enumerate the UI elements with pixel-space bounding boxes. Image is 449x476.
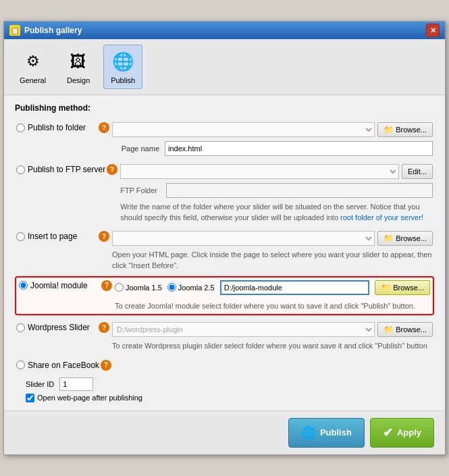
publish-gallery-window: 📋 Publish gallery ✕ ⚙ General 🖼 Design 🌐… xyxy=(3,21,446,454)
ftp-folder-label: FTP Folder xyxy=(120,186,161,194)
browse-icon-1: 📁 xyxy=(384,125,394,134)
publish-folder-radio[interactable] xyxy=(16,124,25,132)
insert-page-controls: 📁 Browse... Open your HTML page. Click i… xyxy=(112,231,433,271)
joomla-label: Joomla! module xyxy=(30,281,88,290)
insert-page-label: Insert to page xyxy=(28,232,77,241)
tab-design[interactable]: 🖼 Design xyxy=(59,45,98,89)
wordpress-radio[interactable] xyxy=(16,323,25,332)
wordpress-input-row: D:/wordpress-plugin 📁 Browse... xyxy=(112,322,433,337)
apply-button[interactable]: ✔ Apply xyxy=(370,418,434,448)
footer: 🌐 Publish ✔ Apply xyxy=(4,411,445,454)
publish-folder-label-col: Publish to folder ? xyxy=(16,122,112,133)
publish-btn-icon: 🌐 xyxy=(301,425,316,440)
joomla15-text: Joomla 1.5 xyxy=(126,284,162,292)
joomla-radio-label[interactable]: Joomla! module xyxy=(19,281,100,290)
publish-folder-radio-label[interactable]: Publish to folder xyxy=(16,123,97,132)
publish-folder-label: Publish to folder xyxy=(28,123,86,132)
wordpress-help[interactable]: ? xyxy=(99,322,109,333)
toolbar: ⚙ General 🖼 Design 🌐 Publish xyxy=(4,39,445,95)
joomla-radio[interactable] xyxy=(19,281,28,290)
insert-page-info: Open your HTML page. Click inside the pa… xyxy=(112,250,433,271)
page-name-input[interactable] xyxy=(165,141,433,156)
page-name-label: Page name xyxy=(112,144,159,153)
insert-page-label-col: Insert to page ? xyxy=(16,231,112,242)
facebook-help[interactable]: ? xyxy=(101,360,111,371)
publishing-method-label: Publishing method: xyxy=(15,103,434,113)
browse-label-1: Browse... xyxy=(396,126,427,134)
joomla25-label[interactable]: Joomla 2.5 xyxy=(167,283,215,292)
facebook-radio-label[interactable]: Share on FaceBook xyxy=(16,361,99,370)
facebook-label: Share on FaceBook xyxy=(28,361,99,370)
joomla25-text: Joomla 2.5 xyxy=(178,284,215,292)
ftp-radio[interactable] xyxy=(16,165,25,174)
facebook-radio[interactable] xyxy=(16,361,25,369)
method-joomla: Joomla! module ? Joomla 1.5 Joomla 2.5 xyxy=(15,276,434,315)
method-publish-folder: Publish to folder ? 📁 Browse... Page nam… xyxy=(15,120,434,159)
browse-icon-5: 📁 xyxy=(384,325,394,334)
close-button[interactable]: ✕ xyxy=(426,24,440,37)
general-icon: ⚙ xyxy=(21,49,45,74)
wordpress-label-col: Wordpress Slider ? xyxy=(16,322,112,333)
wordpress-info: To create Wordpress plugin slider select… xyxy=(112,341,433,351)
browse-label-3: Browse... xyxy=(396,234,427,242)
publish-folder-combo[interactable] xyxy=(112,122,375,137)
apply-btn-icon: ✔ xyxy=(383,425,393,440)
wordpress-label: Wordpress Slider xyxy=(28,323,90,332)
publish-btn-label: Publish xyxy=(320,427,352,438)
insert-page-radio[interactable] xyxy=(16,232,25,241)
publish-folder-input-row: 📁 Browse... xyxy=(112,122,433,137)
insert-page-browse[interactable]: 📁 Browse... xyxy=(377,231,433,246)
method-wordpress: Wordpress Slider ? D:/wordpress-plugin 📁… xyxy=(15,319,434,354)
insert-page-radio-label[interactable]: Insert to page xyxy=(16,232,97,241)
open-webpage-label[interactable]: Open web-page after publishing xyxy=(37,394,142,402)
window-icon: 📋 xyxy=(9,25,20,36)
ftp-help[interactable]: ? xyxy=(107,164,117,175)
ftp-label: Publish to FTP server xyxy=(28,165,105,174)
publish-button[interactable]: 🌐 Publish xyxy=(288,418,365,448)
wordpress-browse[interactable]: 📁 Browse... xyxy=(377,322,433,337)
ftp-edit-button[interactable]: Edit... xyxy=(402,164,433,179)
title-bar: 📋 Publish gallery ✕ xyxy=(4,22,445,39)
browse-label-5: Browse... xyxy=(396,325,427,334)
title-bar-left: 📋 Publish gallery xyxy=(9,25,82,36)
ftp-radio-label[interactable]: Publish to FTP server xyxy=(16,165,105,174)
method-insert-page: Insert to page ? 📁 Browse... Open your H… xyxy=(15,228,434,273)
publish-folder-browse[interactable]: 📁 Browse... xyxy=(377,122,433,137)
method-ftp: Publish to FTP server ? Edit... FTP Fold… xyxy=(15,161,434,226)
tab-general[interactable]: ⚙ General xyxy=(12,45,53,89)
browse-icon-4: 📁 xyxy=(381,283,391,292)
publish-icon: 🌐 xyxy=(111,49,135,74)
wordpress-combo[interactable]: D:/wordpress-plugin xyxy=(112,322,375,337)
wordpress-radio-label[interactable]: Wordpress Slider xyxy=(16,323,97,332)
ftp-folder-input[interactable] xyxy=(166,183,433,198)
method-facebook: Share on FaceBook ? xyxy=(15,357,434,373)
joomla-info: To create Joomla! module select folder w… xyxy=(115,301,430,311)
slider-id-row: Slider ID xyxy=(26,377,434,391)
ftp-input-row: Edit... xyxy=(120,164,433,179)
content-area: Publishing method: Publish to folder ? 📁… xyxy=(4,95,445,410)
joomla15-radio[interactable] xyxy=(115,283,124,292)
joomla-path-input[interactable] xyxy=(220,280,370,295)
open-webpage-row: Open web-page after publishing xyxy=(26,394,434,402)
publish-folder-help[interactable]: ? xyxy=(99,122,109,133)
design-icon: 🖼 xyxy=(66,49,90,74)
insert-page-input-row: 📁 Browse... xyxy=(112,231,433,246)
tab-publish-label: Publish xyxy=(111,76,135,84)
ftp-folder-row: FTP Folder xyxy=(120,183,433,198)
joomla-sub-radio-row: Joomla 1.5 Joomla 2.5 📁 Browse... xyxy=(115,280,430,295)
browse-icon-3: 📁 xyxy=(384,234,394,243)
joomla-controls: Joomla 1.5 Joomla 2.5 📁 Browse... To cre… xyxy=(115,280,430,311)
joomla-browse[interactable]: 📁 Browse... xyxy=(375,280,430,295)
tab-publish[interactable]: 🌐 Publish xyxy=(103,45,142,89)
joomla15-label[interactable]: Joomla 1.5 xyxy=(115,283,162,292)
facebook-label-col: Share on FaceBook ? xyxy=(16,360,114,371)
window-title: Publish gallery xyxy=(24,26,82,35)
insert-page-combo[interactable] xyxy=(112,231,375,246)
insert-page-help[interactable]: ? xyxy=(99,231,109,242)
open-webpage-checkbox[interactable] xyxy=(26,394,34,402)
joomla-help[interactable]: ? xyxy=(101,280,112,291)
ftp-combo[interactable] xyxy=(120,164,399,179)
joomla25-radio[interactable] xyxy=(167,283,176,292)
ftp-info-link: root folder of your server! xyxy=(340,213,423,221)
slider-id-input[interactable] xyxy=(59,377,93,391)
